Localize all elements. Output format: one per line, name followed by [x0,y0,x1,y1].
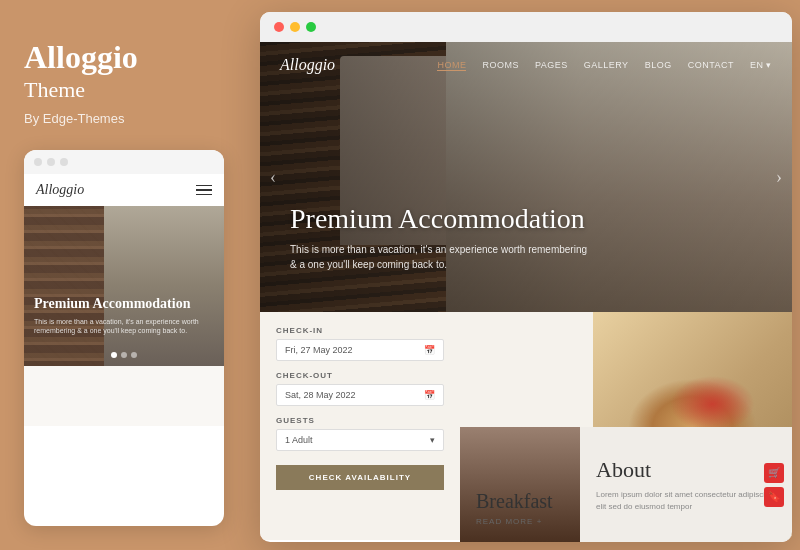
check-out-value: Sat, 28 May 2022 [285,390,356,400]
main-browser-preview: Alloggio HOME ROOMS PAGES GALLERY BLOG C… [260,12,792,542]
hero-title: Premium Accommodation [290,202,590,236]
mobile-hero-title: Premium Accommodation [34,296,214,313]
theme-name: Alloggio [24,40,224,75]
check-out-field: CHECK-OUT Sat, 28 May 2022 📅 [276,371,444,406]
browser-dot-yellow [290,22,300,32]
breakfast-card: Breakfast READ MORE + [460,312,792,540]
hamburger-icon[interactable] [196,185,212,196]
mobile-preview-card: Alloggio Premium Accommodation This is m… [24,150,224,526]
website-bottom-section: CHECK-IN Fri, 27 May 2022 📅 CHECK-OUT Sa… [260,312,792,540]
guests-select[interactable]: 1 Adult ▾ [276,429,444,451]
nav-link-pages[interactable]: PAGES [535,60,568,70]
mobile-hero-room [104,206,224,366]
mobile-dot-1 [34,158,42,166]
mobile-hero-wood [24,206,114,366]
browser-dot-green [306,22,316,32]
guests-label: GUESTS [276,416,444,425]
mobile-hero-text: Premium Accommodation This is more than … [34,296,214,336]
browser-toolbar [260,12,792,42]
check-out-input[interactable]: Sat, 28 May 2022 📅 [276,384,444,406]
mobile-hero: Premium Accommodation This is more than … [24,206,224,366]
mobile-browser-bar [24,150,224,174]
hero-description: This is more than a vacation, it's an ex… [290,242,590,272]
mobile-header: Alloggio [24,174,224,206]
hero-arrow-right[interactable]: › [776,167,782,188]
mobile-booking-section [24,366,224,426]
browser-content: Alloggio HOME ROOMS PAGES GALLERY BLOG C… [260,42,792,540]
theme-label: Theme [24,77,224,103]
hero-arrow-left[interactable]: ‹ [270,167,276,188]
mobile-logo: Alloggio [36,182,84,198]
slide-dot-2[interactable] [121,352,127,358]
hero-text-area: Premium Accommodation This is more than … [290,202,590,272]
check-in-field: CHECK-IN Fri, 27 May 2022 📅 [276,326,444,361]
website-logo: Alloggio [280,56,335,74]
nav-link-home[interactable]: HOME [437,60,466,71]
browser-dot-red [274,22,284,32]
mobile-hero-desc: This is more than a vacation, it's an ex… [34,317,214,337]
nav-link-rooms[interactable]: ROOMS [482,60,519,70]
booking-panel: CHECK-IN Fri, 27 May 2022 📅 CHECK-OUT Sa… [260,312,460,540]
website-hero: Alloggio HOME ROOMS PAGES GALLERY BLOG C… [260,42,792,312]
theme-title-block: Alloggio Theme By Edge-Themes [24,40,224,126]
theme-author: By Edge-Themes [24,111,224,126]
mobile-slide-dots [111,352,137,358]
calendar-icon-checkout: 📅 [424,390,435,400]
guests-value: 1 Adult [285,435,313,445]
check-in-label: CHECK-IN [276,326,444,335]
check-availability-button[interactable]: CHECK AVAILABILITY [276,465,444,490]
guests-field: GUESTS 1 Adult ▾ [276,416,444,451]
breakfast-title: Breakfast [476,490,776,513]
check-out-label: CHECK-OUT [276,371,444,380]
mobile-dot-3 [60,158,68,166]
breakfast-text: Breakfast READ MORE + [460,474,792,540]
website-nav: Alloggio HOME ROOMS PAGES GALLERY BLOG C… [260,42,792,88]
calendar-icon-checkin: 📅 [424,345,435,355]
slide-dot-3[interactable] [131,352,137,358]
nav-link-blog[interactable]: BLOG [645,60,672,70]
check-in-input[interactable]: Fri, 27 May 2022 📅 [276,339,444,361]
mobile-dot-2 [47,158,55,166]
chevron-down-icon: ▾ [430,435,435,445]
nav-link-gallery[interactable]: GALLERY [584,60,629,70]
left-panel: Alloggio Theme By Edge-Themes Alloggio P… [0,0,248,550]
check-in-value: Fri, 27 May 2022 [285,345,353,355]
nav-links: HOME ROOMS PAGES GALLERY BLOG CONTACT EN… [437,60,772,71]
breakfast-read-more[interactable]: READ MORE + [476,517,776,526]
slide-dot-1[interactable] [111,352,117,358]
nav-link-contact[interactable]: CONTACT [688,60,734,70]
nav-link-lang[interactable]: EN ▾ [750,60,772,70]
